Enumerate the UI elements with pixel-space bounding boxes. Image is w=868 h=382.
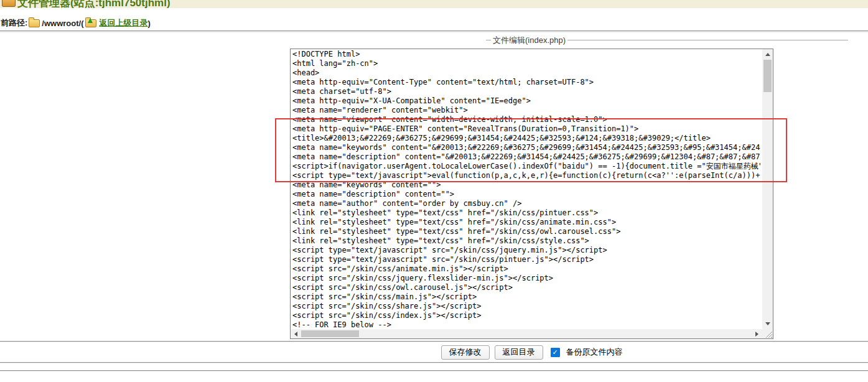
divider (0, 341, 868, 342)
folder-icon (29, 19, 40, 27)
check-icon: ✓ (552, 348, 558, 356)
header-bar: 文件管理器(站点:tjhml750tjhml) (0, 0, 868, 8)
breadcrumb-content: 前路径: /wwwroot/( 返回上级目录 ) (1, 17, 151, 29)
scroll-up-button[interactable] (762, 49, 773, 60)
breadcrumb: 前路径: /wwwroot/( 返回上级目录 ) (0, 8, 868, 31)
path-label: 前路径: (1, 17, 27, 29)
vertical-scroll-thumb[interactable] (763, 60, 772, 92)
actions-row: 保存修改 返回目录 ✓ 备份原文件内容 (290, 344, 773, 360)
backup-label: 备份原文件内容 (566, 347, 623, 358)
divider (0, 362, 868, 363)
vertical-scrollbar[interactable] (762, 49, 773, 329)
code-content: <!DOCTYPE html> <html lang="zh-cn"> <hea… (292, 50, 760, 328)
code-textarea[interactable]: <!DOCTYPE html> <html lang="zh-cn"> <hea… (290, 49, 773, 339)
backup-checkbox[interactable]: ✓ (551, 348, 560, 357)
horizontal-scroll-thumb[interactable] (301, 330, 359, 337)
folder-icon (2, 0, 16, 7)
back-button[interactable]: 返回目录 (495, 345, 543, 360)
scroll-left-button[interactable] (291, 329, 301, 338)
horizontal-scrollbar[interactable] (291, 329, 762, 338)
save-button[interactable]: 保存修改 (441, 345, 490, 360)
editor-legend: 文件编辑(index.php) (491, 35, 567, 45)
divider (0, 370, 868, 371)
resize-grip[interactable] (762, 329, 773, 338)
current-path: /wwwroot/( (42, 19, 83, 28)
arrow-right-icon (755, 332, 758, 337)
paren-text: ) (148, 19, 151, 28)
page-title: 文件管理器(站点:tjhml750tjhml) (17, 0, 170, 8)
up-arrow-icon (88, 18, 93, 23)
scroll-down-button[interactable] (762, 319, 773, 329)
arrow-up-icon (765, 53, 770, 56)
arrow-left-icon (294, 332, 297, 337)
arrow-down-icon (765, 322, 770, 325)
scroll-right-button[interactable] (752, 329, 762, 338)
parent-dir-link[interactable]: 返回上级目录 (100, 17, 148, 29)
up-folder-icon[interactable] (85, 19, 96, 27)
